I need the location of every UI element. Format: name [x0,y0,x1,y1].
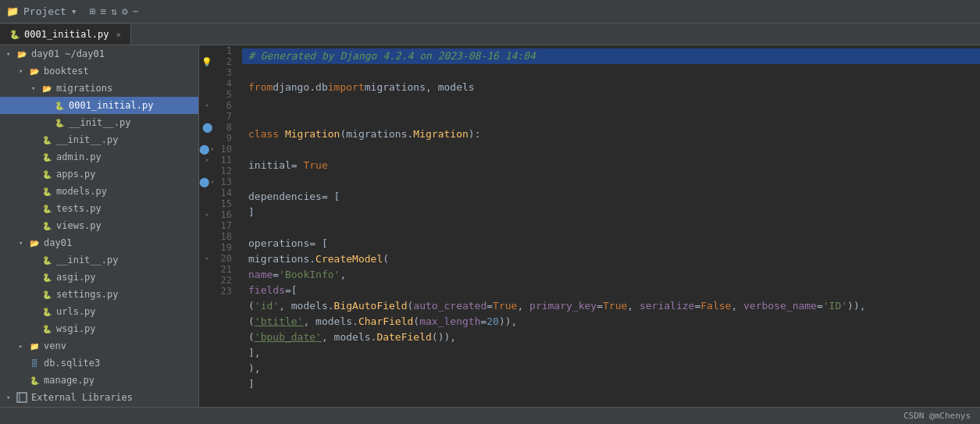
code-line-6: class Migration(migrations.Migration): [242,126,980,142]
sidebar-item-models[interactable]: 🐍models.py [0,183,198,200]
models-icon: 🐍 [41,185,53,198]
sidebar-item-migrations[interactable]: 📂migrations [0,80,198,97]
day01-icon: 📂 [28,237,41,249]
day01-root-arrow [6,50,16,58]
__init__migrations-icon: 🐍 [53,116,66,129]
code-line-17: ('id', models.BigAutoField(auto_created=… [242,298,980,314]
lnum-12: 12 [215,166,237,176]
sidebar-item-0001_initial[interactable]: 🐍0001_initial.py [0,97,198,114]
lnum-14: 14 [215,187,237,198]
__init__booktest-icon: 🐍 [41,134,53,146]
wsgi-icon: 🐍 [41,322,53,335]
status-bar: CSDN @mChenys [0,407,980,424]
__init__booktest-label: __init__.py [56,134,118,145]
venv-icon: 📁 [28,340,41,352]
fold-only-icon: ▾ [205,156,208,164]
lnum-9: 9 [215,133,237,144]
sidebar-item-asgi[interactable]: 🐍asgi.py [0,269,198,286]
settings-label: settings.py [56,289,118,300]
debug-fold-icon: ⬤ [199,176,209,187]
lnum-13: 13 [215,176,237,187]
lnum-10: 10 [215,144,237,155]
svg-rect-0 [17,393,27,402]
sidebar-item-db.sqlite3[interactable]: 🗄db.sqlite3 [0,355,198,372]
day01-arrow [19,239,28,247]
urls-icon: 🐍 [41,305,53,318]
settings-icon[interactable]: ⚙ [122,5,128,17]
code-line-19: ('bpub_date', models.DateField()), [242,330,980,345]
code-line-22: ] [242,376,980,392]
sidebar-item-admin[interactable]: 🐍admin.py [0,148,198,166]
asgi-icon: 🐍 [41,271,53,283]
sidebar-item-__init__migrations[interactable]: 🐍__init__.py [0,114,198,131]
code-editor[interactable]: # Generated by Django 4.2.4 on 2023-08-1… [242,45,980,407]
lnum-8: 8 [215,122,237,133]
lnum-20: 20 [215,253,237,264]
code-line-16: fields=[ [242,283,980,298]
sidebar-item-day01[interactable]: 📂day01 [0,234,198,251]
booktest-label: booktest [44,66,89,77]
apps-label: apps.py [56,169,96,180]
code-line-7 [242,142,980,158]
sidebar-item-urls[interactable]: 🐍urls.py [0,303,198,320]
tab-0001-initial[interactable]: 🐍 0001_initial.py × [0,24,131,45]
lnum-4: 4 [215,78,237,89]
sidebar-item-day01-root[interactable]: 📂day01 ~/day01 [0,45,198,62]
sidebar-item-__init__booktest[interactable]: 🐍__init__.py [0,131,198,148]
lnum-18: 18 [215,231,237,242]
minimize-icon[interactable]: − [133,5,139,17]
lnum-22: 22 [215,275,237,286]
code-line-23 [242,392,980,407]
migrations-label: migrations [56,83,112,94]
code-line-5 [242,111,980,126]
sidebar-item-views[interactable]: 🐍views.py [0,217,198,234]
layout-icon[interactable]: ⊞ [90,5,96,17]
code-line-12 [242,220,980,236]
lnum-3: 3 [215,67,237,78]
lnum-19: 19 [215,242,237,253]
0001_initial-icon: 🐍 [53,99,66,112]
day01-label: day01 [44,237,72,248]
code-line-21: ), [242,361,980,376]
lnum-1: 1 [215,45,237,56]
dropdown-icon[interactable]: ▾ [71,5,77,17]
wsgi-label: wsgi.py [56,323,96,334]
settings-icon: 🐍 [41,288,53,301]
sidebar-item-tests[interactable]: 🐍tests.py [0,200,198,217]
sidebar-item-wsgi[interactable]: 🐍wsgi.py [0,320,198,337]
title-bar-left: 📁 Project ▾ [6,5,77,17]
views-icon: 🐍 [41,219,53,232]
lnum-17: 17 [215,220,237,231]
code-line-15: name='BookInfo', [242,267,980,283]
manage-label: manage.py [44,375,94,386]
sidebar-item-booktest[interactable]: 📂booktest [0,62,198,80]
title-bar: 📁 Project ▾ ⊞ ≡ ⇅ ⚙ − [0,0,980,23]
migrations-icon: 📂 [41,82,53,94]
sidebar-item-__init__day01[interactable]: 🐍__init__.py [0,251,198,269]
sidebar: 📂day01 ~/day01📂booktest📂migrations🐍0001_… [0,45,199,407]
lnum-6: 6 [215,100,237,111]
0001_initial-label: 0001_initial.py [69,100,153,111]
sidebar-item-external-libs[interactable]: External Libraries [0,389,198,406]
venv-arrow [19,342,28,350]
sidebar-item-apps[interactable]: 🐍apps.py [0,166,198,183]
tests-label: tests.py [56,203,102,214]
code-line-1: # Generated by Django 4.2.4 on 2023-08-1… [242,48,980,64]
filter-icon[interactable]: ⇅ [111,5,117,17]
fold-icon: ▾ [210,178,214,186]
sidebar-item-settings[interactable]: 🐍settings.py [0,286,198,303]
models-label: models.py [56,186,107,197]
code-line-9 [242,173,980,189]
sidebar-item-manage[interactable]: 🐍manage.py [0,372,198,389]
external-libs-icon [16,391,28,404]
migrations-arrow [31,84,41,92]
db.sqlite3-icon: 🗄 [28,357,41,369]
sidebar-item-venv[interactable]: 📁venv [0,337,198,355]
tab-close-icon[interactable]: × [116,30,121,40]
apps-icon: 🐍 [41,168,53,180]
admin-icon: 🐍 [41,151,53,163]
editor-area: 1💡2345▾67⬤89⬤▾10▾1112⬤▾131415▾16171819▾2… [199,45,980,407]
lnum-5: 5 [215,89,237,100]
list-icon[interactable]: ≡ [100,5,106,17]
lnum-7: 7 [215,111,237,122]
